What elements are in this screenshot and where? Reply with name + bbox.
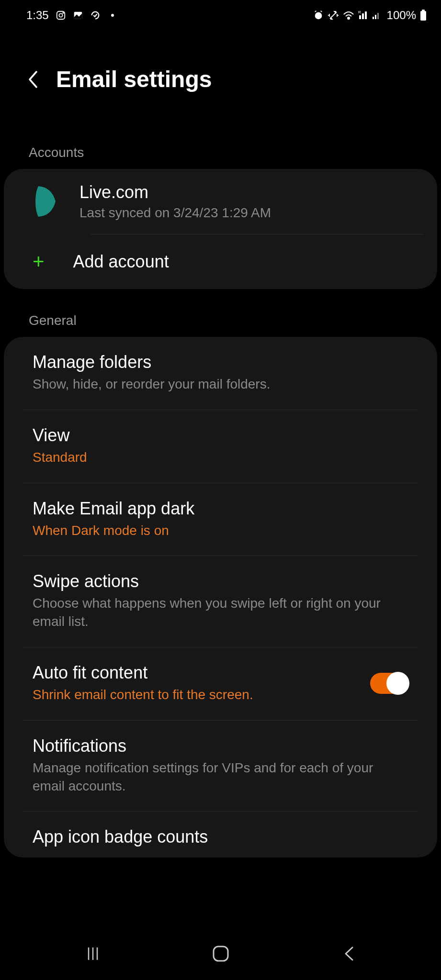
svg-rect-8 bbox=[420, 11, 426, 21]
setting-subtitle: Shrink email content to fit the screen. bbox=[33, 686, 361, 704]
plus-icon: + bbox=[33, 252, 45, 272]
setting-view[interactable]: View Standard bbox=[4, 410, 437, 483]
setting-swipe-actions[interactable]: Swipe actions Choose what happens when y… bbox=[4, 556, 437, 647]
account-row-live[interactable]: Live.com Last synced on 3/24/23 1:29 AM bbox=[4, 169, 437, 234]
add-account-row[interactable]: + Add account bbox=[4, 234, 437, 289]
instagram-icon bbox=[56, 10, 66, 21]
setting-subtitle: When Dark mode is on bbox=[33, 522, 408, 540]
back-button[interactable] bbox=[26, 69, 39, 89]
svg-line-5 bbox=[330, 12, 337, 19]
setting-title: Auto fit content bbox=[33, 663, 361, 683]
setting-auto-fit[interactable]: Auto fit content Shrink email content to… bbox=[4, 647, 437, 720]
setting-title: Make Email app dark bbox=[33, 499, 408, 519]
setting-title: Manage folders bbox=[33, 352, 408, 372]
gallery-icon bbox=[73, 10, 83, 21]
svg-rect-9 bbox=[422, 10, 425, 11]
alarm-icon bbox=[313, 10, 324, 21]
check-circle-icon bbox=[90, 10, 101, 21]
add-account-label: Add account bbox=[73, 252, 169, 272]
svg-rect-13 bbox=[214, 947, 228, 961]
header: Email settings bbox=[0, 27, 441, 116]
setting-badge-counts[interactable]: App icon badge counts bbox=[4, 812, 437, 858]
setting-subtitle: Choose what happens when you swipe left … bbox=[33, 594, 408, 631]
signal-icon bbox=[372, 11, 381, 20]
battery-percent: 100% bbox=[387, 9, 416, 22]
svg-text:R: R bbox=[358, 11, 361, 14]
svg-point-6 bbox=[348, 17, 350, 19]
accounts-card: Live.com Last synced on 3/24/23 1:29 AM … bbox=[4, 169, 437, 289]
status-right: R 100% bbox=[313, 9, 427, 22]
svg-point-1 bbox=[59, 13, 62, 17]
status-bar: 1:35 R 100% bbox=[0, 0, 441, 27]
setting-title: Notifications bbox=[33, 736, 408, 756]
recents-button[interactable] bbox=[69, 946, 117, 962]
account-name: Live.com bbox=[79, 182, 418, 202]
setting-manage-folders[interactable]: Manage folders Show, hide, or reorder yo… bbox=[4, 337, 437, 410]
svg-point-2 bbox=[63, 12, 64, 13]
status-left: 1:35 bbox=[26, 9, 114, 22]
auto-fit-toggle[interactable] bbox=[370, 673, 408, 694]
dot-icon bbox=[111, 14, 114, 17]
back-nav-button[interactable] bbox=[325, 946, 373, 962]
wifi-icon bbox=[343, 11, 354, 20]
battery-icon bbox=[420, 10, 427, 21]
setting-title: View bbox=[33, 425, 408, 445]
setting-title: Swipe actions bbox=[33, 571, 408, 591]
setting-subtitle: Standard bbox=[33, 448, 408, 467]
account-avatar-icon bbox=[28, 182, 57, 221]
navigation-bar bbox=[0, 927, 441, 980]
general-card: Manage folders Show, hide, or reorder yo… bbox=[4, 337, 437, 858]
setting-dark-mode[interactable]: Make Email app dark When Dark mode is on bbox=[4, 483, 437, 556]
setting-subtitle: Manage notification settings for VIPs an… bbox=[33, 759, 408, 795]
setting-title: App icon badge counts bbox=[33, 827, 408, 847]
accounts-section-label: Accounts bbox=[0, 145, 441, 169]
status-time: 1:35 bbox=[26, 9, 49, 22]
signal-roaming-icon: R bbox=[358, 11, 368, 20]
home-button[interactable] bbox=[197, 945, 245, 963]
account-sync-status: Last synced on 3/24/23 1:29 AM bbox=[79, 205, 418, 221]
vibrate-icon bbox=[328, 10, 339, 21]
setting-notifications[interactable]: Notifications Manage notification settin… bbox=[4, 721, 437, 812]
setting-subtitle: Show, hide, or reorder your mail folders… bbox=[33, 375, 408, 393]
page-title: Email settings bbox=[56, 66, 212, 92]
general-section-label: General bbox=[0, 313, 441, 337]
svg-point-4 bbox=[315, 12, 322, 20]
